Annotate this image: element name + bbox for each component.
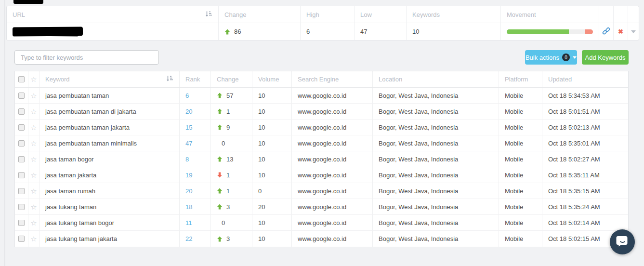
star-icon[interactable]: ☆ [30, 156, 37, 163]
search-engine-cell: www.google.co.id [292, 199, 373, 214]
search-engine-cell: www.google.co.id [292, 135, 373, 151]
change-cell: 57 [211, 88, 252, 103]
keyword-cell: jasa taman jakarta [39, 167, 180, 183]
url-column-header: URL [7, 6, 219, 23]
updated-cell: Oct 18 5:35:15 AM [542, 183, 629, 199]
location-cell: Bogor, West Java, Indonesia [373, 120, 499, 135]
row-star-cell: ☆ [28, 88, 39, 103]
location-cell: Bogor, West Java, Indonesia [373, 104, 499, 119]
change-value: 1 [226, 108, 230, 115]
row-checkbox[interactable] [18, 124, 25, 131]
change-cell: 3 [211, 231, 252, 247]
keyword-cell: jasa pembuatan taman jakarta [39, 120, 180, 135]
keyword-cell: jasa taman rumah [39, 183, 180, 199]
sort-icon[interactable] [166, 75, 173, 83]
volume-cell: 10 [252, 135, 292, 151]
search-engine-cell: www.google.co.id [292, 151, 373, 167]
keyword-column-header[interactable]: Keyword [39, 71, 180, 87]
movement-bar [507, 29, 593, 34]
summary-low-value: 47 [355, 23, 407, 40]
row-checkbox[interactable] [18, 172, 25, 178]
keyword-cell: jasa pembuatan taman di jakarta [39, 104, 180, 119]
star-icon[interactable]: ☆ [30, 203, 37, 211]
rank-link[interactable]: 6 [185, 92, 189, 99]
row-checkbox[interactable] [18, 93, 25, 99]
rank-link[interactable]: 22 [185, 235, 192, 242]
url-summary-card: URL Change High Low Keywords Movement [6, 6, 639, 40]
row-checkbox[interactable] [18, 156, 25, 162]
rank-column-header[interactable]: Rank [180, 71, 211, 87]
delete-icon[interactable]: ✖ [618, 28, 623, 35]
row-checkbox[interactable] [18, 140, 25, 146]
rank-cell: 47 [180, 135, 211, 151]
search-engine-cell: www.google.co.id [292, 183, 373, 199]
star-icon[interactable]: ☆ [30, 92, 37, 99]
platform-column-header[interactable]: Platform [499, 71, 542, 87]
row-select-cell [15, 88, 28, 103]
change-value: 0 [222, 140, 225, 147]
location-cell: Bogor, West Java, Indonesia [373, 167, 499, 183]
row-select-cell [15, 231, 28, 247]
add-keywords-button[interactable]: Add Keywords [582, 50, 629, 65]
search-engine-column-header[interactable]: Search Engine [292, 71, 373, 87]
star-icon[interactable]: ☆ [30, 108, 37, 115]
star-icon[interactable]: ☆ [30, 124, 37, 131]
star-icon[interactable]: ☆ [30, 219, 37, 226]
updated-cell: Oct 18 5:02:13 AM [542, 120, 629, 135]
location-column-header[interactable]: Location [373, 71, 499, 87]
star-icon[interactable]: ☆ [30, 172, 37, 179]
select-all-checkbox[interactable] [18, 76, 25, 82]
updated-cell: Oct 18 5:02:14 AM [542, 215, 629, 230]
search-engine-cell: www.google.co.id [292, 104, 373, 119]
change-column-header[interactable]: Change [211, 71, 252, 87]
star-icon[interactable]: ☆ [30, 187, 37, 195]
updated-column-header[interactable]: Updated [542, 71, 629, 87]
row-select-cell [15, 135, 28, 151]
change-cell: 3 [211, 199, 252, 214]
arrow-up-icon [217, 236, 223, 242]
chat-launcher-button[interactable] [610, 229, 635, 254]
arrow-up-icon [217, 93, 223, 98]
arrow-up-icon [217, 124, 223, 130]
row-checkbox[interactable] [18, 204, 25, 210]
row-checkbox[interactable] [18, 236, 25, 242]
chevron-down-icon[interactable] [631, 30, 636, 33]
star-icon[interactable]: ☆ [30, 235, 37, 242]
rank-cell: 18 [180, 199, 211, 214]
url-value-cell[interactable] [7, 23, 219, 40]
row-checkbox[interactable] [18, 188, 25, 194]
rank-link[interactable]: 47 [185, 140, 192, 147]
rank-link[interactable]: 20 [185, 108, 192, 115]
row-checkbox[interactable] [18, 108, 25, 115]
arrow-down-icon [217, 172, 223, 178]
bulk-actions-button[interactable]: Bulk actions 0 [525, 50, 577, 65]
rank-link[interactable]: 18 [185, 203, 192, 211]
row-select-cell [15, 151, 28, 167]
rank-link[interactable]: 20 [185, 187, 192, 195]
movement-bar-up [507, 29, 569, 34]
rank-link[interactable]: 11 [185, 219, 192, 226]
summary-change-cell: 86 [219, 23, 301, 40]
row-checkbox[interactable] [18, 220, 25, 226]
delete-url-cell: ✖ [614, 23, 628, 40]
row-star-cell: ☆ [28, 199, 39, 214]
keywords-column-header: Keywords [407, 6, 501, 23]
rank-link[interactable]: 19 [185, 172, 192, 179]
sort-icon[interactable] [205, 11, 212, 19]
rank-link[interactable]: 15 [185, 124, 192, 131]
change-cell: 1 [211, 183, 252, 199]
rank-link[interactable]: 8 [185, 156, 189, 163]
select-all-cell [15, 71, 28, 87]
volume-cell: 10 [252, 231, 292, 247]
redacted-url-value [13, 27, 83, 36]
search-engine-cell: www.google.co.id [292, 215, 373, 230]
change-cell: 13 [211, 151, 252, 167]
search-engine-cell: www.google.co.id [292, 120, 373, 135]
link-icon[interactable] [602, 27, 610, 37]
row-star-cell: ☆ [28, 104, 39, 119]
volume-column-header[interactable]: Volume [252, 71, 292, 87]
star-icon[interactable]: ☆ [30, 140, 37, 147]
platform-cell: Mobile [499, 199, 542, 214]
star-icon[interactable]: ☆ [30, 76, 37, 83]
keyword-filter-input[interactable] [14, 50, 159, 65]
